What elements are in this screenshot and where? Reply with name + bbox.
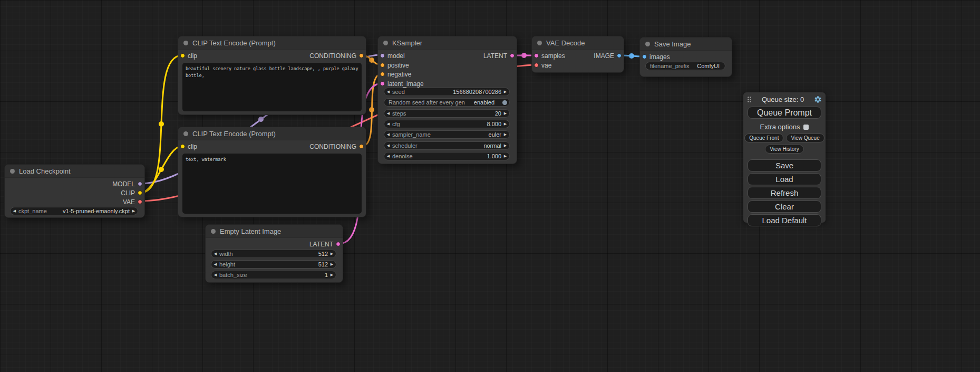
increment-arrow-icon[interactable]: ▶ bbox=[501, 142, 509, 149]
latent-port[interactable] bbox=[380, 81, 385, 86]
decrement-arrow-icon[interactable]: ◀ bbox=[384, 152, 392, 160]
sampler-name-widget[interactable]: ◀ sampler_name euler ▶ bbox=[384, 130, 510, 139]
node-vae-decode[interactable]: VAE Decode samples IMAGE vae bbox=[531, 36, 624, 73]
increment-arrow-icon[interactable]: ▶ bbox=[501, 88, 509, 96]
extra-options-checkbox[interactable] bbox=[803, 125, 809, 130]
node-title: VAE Decode bbox=[546, 39, 585, 47]
increment-arrow-icon[interactable]: ▶ bbox=[501, 131, 509, 138]
conditioning-port[interactable] bbox=[359, 53, 364, 58]
conditioning-port[interactable] bbox=[359, 144, 364, 149]
decrement-arrow-icon[interactable]: ◀ bbox=[211, 261, 219, 268]
load-default-button[interactable]: Load Default bbox=[748, 214, 821, 226]
node-load-checkpoint[interactable]: Load Checkpoint MODEL CLIP VAE ◀ ckpt_na… bbox=[4, 164, 145, 218]
increment-arrow-icon[interactable]: ▶ bbox=[328, 261, 336, 268]
node-title-bar[interactable]: KSampler bbox=[378, 36, 517, 50]
node-ksampler[interactable]: KSampler model LATENT positive negative … bbox=[377, 36, 517, 164]
vae-port[interactable] bbox=[138, 199, 142, 204]
node-title-bar[interactable]: Load Checkpoint bbox=[5, 165, 144, 178]
decrement-arrow-icon[interactable]: ◀ bbox=[211, 271, 219, 279]
conditioning-port[interactable] bbox=[380, 63, 385, 68]
increment-arrow-icon[interactable]: ▶ bbox=[501, 120, 509, 128]
latent-port[interactable] bbox=[336, 242, 341, 246]
decrement-arrow-icon[interactable]: ◀ bbox=[211, 250, 219, 257]
collapse-dot-icon[interactable] bbox=[10, 169, 15, 174]
increment-arrow-icon[interactable]: ▶ bbox=[328, 250, 336, 257]
decrement-arrow-icon[interactable]: ◀ bbox=[384, 142, 392, 149]
drag-handle-icon[interactable] bbox=[747, 96, 752, 103]
node-empty-latent-image[interactable]: Empty Latent Image LATENT ◀ width 512 ▶ … bbox=[205, 224, 343, 283]
increment-arrow-icon[interactable]: ▶ bbox=[130, 207, 138, 215]
node-title: CLIP Text Encode (Prompt) bbox=[192, 130, 276, 138]
image-port[interactable] bbox=[617, 53, 622, 58]
view-history-button[interactable]: View History bbox=[765, 145, 803, 154]
toggle-dot-icon[interactable] bbox=[502, 100, 507, 105]
image-port[interactable] bbox=[642, 54, 647, 59]
prompt-textarea[interactable]: text, watermark bbox=[182, 154, 362, 214]
node-save-image[interactable]: Save Image images filename_prefix ComfyU… bbox=[639, 37, 732, 77]
view-queue-button[interactable]: View Queue bbox=[786, 133, 824, 142]
wire-midpoint-dot bbox=[369, 58, 374, 63]
output-slot-clip: CLIP bbox=[5, 188, 144, 197]
decrement-arrow-icon[interactable]: ◀ bbox=[384, 88, 392, 96]
model-port[interactable] bbox=[138, 182, 142, 186]
seed-widget[interactable]: ◀ seed 156680208700286 ▶ bbox=[384, 88, 510, 96]
random-seed-toggle-widget[interactable]: Random seed after every gen enabled bbox=[384, 98, 510, 107]
collapse-dot-icon[interactable] bbox=[645, 42, 650, 46]
collapse-dot-icon[interactable] bbox=[211, 229, 216, 234]
output-slot-conditioning: CONDITIONING bbox=[178, 142, 366, 151]
decrement-arrow-icon[interactable]: ◀ bbox=[11, 207, 18, 215]
node-graph-canvas[interactable]: Load Checkpoint MODEL CLIP VAE ◀ ckpt_na… bbox=[0, 0, 980, 372]
node-title-bar[interactable]: CLIP Text Encode (Prompt) bbox=[178, 36, 366, 50]
collapse-dot-icon[interactable] bbox=[183, 131, 188, 136]
node-title-bar[interactable]: CLIP Text Encode (Prompt) bbox=[178, 127, 366, 140]
node-clip-text-encode-positive[interactable]: CLIP Text Encode (Prompt) clip CONDITION… bbox=[178, 36, 366, 115]
output-slot-conditioning: CONDITIONING bbox=[178, 51, 366, 60]
scheduler-widget[interactable]: ◀ scheduler normal ▶ bbox=[384, 141, 510, 150]
input-slot-negative: negative bbox=[378, 70, 517, 79]
filename-prefix-widget[interactable]: filename_prefix ComfyUI bbox=[645, 62, 725, 70]
queue-prompt-button[interactable]: Queue Prompt bbox=[748, 107, 821, 119]
clear-button[interactable]: Clear bbox=[748, 201, 821, 213]
collapse-dot-icon[interactable] bbox=[383, 41, 388, 45]
cfg-widget[interactable]: ◀ cfg 8.000 ▶ bbox=[384, 120, 510, 128]
node-title-bar[interactable]: Save Image bbox=[640, 37, 732, 51]
prompt-textarea[interactable]: beautiful scenery nature glass bottle la… bbox=[182, 63, 362, 111]
latent-port[interactable] bbox=[510, 53, 515, 58]
output-slot-latent: LATENT bbox=[206, 240, 343, 249]
input-slot-latent-image: latent_image bbox=[378, 79, 517, 88]
width-widget[interactable]: ◀ width 512 ▶ bbox=[211, 250, 336, 258]
increment-arrow-icon[interactable]: ▶ bbox=[501, 152, 509, 160]
settings-gear-icon[interactable] bbox=[814, 96, 822, 103]
decrement-arrow-icon[interactable]: ◀ bbox=[384, 110, 392, 117]
conditioning-port[interactable] bbox=[380, 72, 385, 77]
decrement-arrow-icon[interactable]: ◀ bbox=[384, 120, 392, 128]
height-widget[interactable]: ◀ height 512 ▶ bbox=[211, 260, 336, 269]
input-slot-vae: vae bbox=[532, 61, 624, 70]
save-button[interactable]: Save bbox=[748, 159, 821, 171]
vae-port[interactable] bbox=[534, 63, 539, 68]
wire-midpoint-dot bbox=[629, 53, 634, 59]
node-clip-text-encode-negative[interactable]: CLIP Text Encode (Prompt) clip CONDITION… bbox=[178, 127, 366, 217]
queue-menu-panel: Queue size: 0 Queue Prompt Extra options… bbox=[743, 92, 826, 223]
decrement-arrow-icon[interactable]: ◀ bbox=[384, 131, 392, 138]
wire-midpoint-dot bbox=[159, 121, 164, 127]
collapse-dot-icon[interactable] bbox=[537, 41, 542, 45]
collapse-dot-icon[interactable] bbox=[183, 41, 188, 45]
node-title-bar[interactable]: Empty Latent Image bbox=[206, 225, 343, 238]
node-title-bar[interactable]: VAE Decode bbox=[532, 36, 624, 50]
load-button[interactable]: Load bbox=[748, 173, 821, 185]
extra-options-row: Extra options bbox=[743, 123, 826, 131]
input-slot-positive: positive bbox=[378, 61, 517, 70]
steps-widget[interactable]: ◀ steps 20 ▶ bbox=[384, 109, 510, 118]
increment-arrow-icon[interactable]: ▶ bbox=[328, 271, 336, 279]
node-title: CLIP Text Encode (Prompt) bbox=[192, 39, 276, 47]
ckpt-name-widget[interactable]: ◀ ckpt_name v1-5-pruned-emaonly.ckpt ▶ bbox=[10, 207, 138, 215]
queue-front-button[interactable]: Queue Front bbox=[744, 133, 783, 142]
node-title: KSampler bbox=[392, 39, 422, 47]
denoise-widget[interactable]: ◀ denoise 1.000 ▶ bbox=[384, 152, 510, 160]
wire-midpoint-dot bbox=[159, 167, 164, 172]
refresh-button[interactable]: Refresh bbox=[748, 187, 821, 199]
clip-port[interactable] bbox=[138, 190, 142, 195]
increment-arrow-icon[interactable]: ▶ bbox=[501, 110, 509, 117]
batch-size-widget[interactable]: ◀ batch_size 1 ▶ bbox=[211, 271, 336, 279]
